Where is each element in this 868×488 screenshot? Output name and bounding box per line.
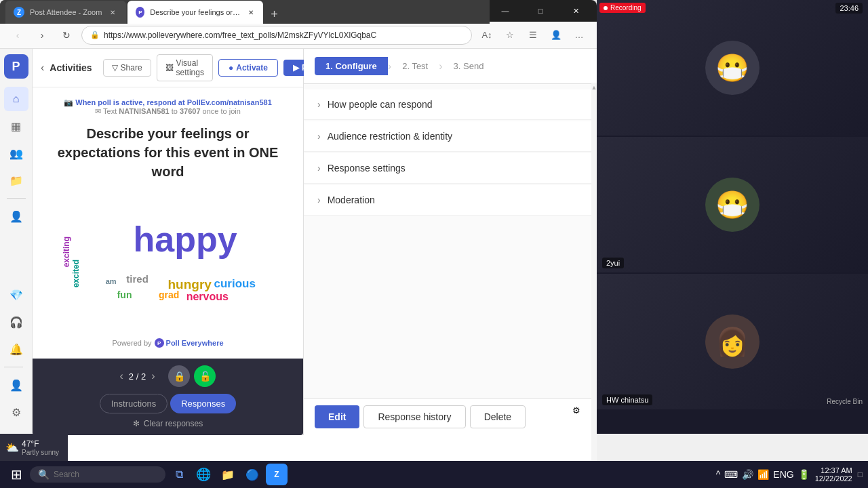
- word-am: am: [106, 277, 117, 285]
- weather-desc: Partly sunny: [22, 449, 59, 456]
- forward-button[interactable]: ›: [33, 26, 52, 45]
- speaker-icon[interactable]: 🔊: [742, 469, 753, 480]
- network-icon[interactable]: 📶: [757, 469, 769, 480]
- recycle-bin-label: Recycle Bin: [827, 398, 863, 405]
- chevron-icon[interactable]: ^: [716, 469, 721, 480]
- url-text: https://www.polleverywhere.com/free_text…: [104, 30, 376, 40]
- sidebar-person-icon[interactable]: 👤: [4, 373, 28, 397]
- share-label: Share: [121, 63, 142, 73]
- taskview-icon[interactable]: ⧉: [168, 464, 190, 485]
- sidebar-folder-icon[interactable]: 📁: [4, 168, 28, 192]
- battery-icon[interactable]: 🔋: [798, 469, 810, 480]
- share-icon: ▽: [112, 63, 118, 73]
- weather-info: 47°F Partly sunny: [22, 439, 59, 456]
- notification-icon[interactable]: □: [858, 470, 863, 479]
- chrome-icon[interactable]: 🔵: [241, 464, 263, 485]
- collections-icon[interactable]: ☰: [524, 26, 542, 45]
- weather-temp: 47°F: [22, 439, 59, 449]
- sidebar-headset-icon[interactable]: 🎧: [4, 310, 28, 334]
- unlock-icon[interactable]: 🔓: [194, 365, 216, 387]
- polleverywhere-link[interactable]: Poll Everywhere: [166, 339, 224, 347]
- polleverywhere-logo: P: [155, 338, 164, 348]
- share-button[interactable]: ▽ Share: [103, 59, 151, 77]
- edge-icon[interactable]: 🌐: [193, 464, 214, 485]
- visual-settings-button[interactable]: 🖼 Visual settings: [157, 54, 213, 81]
- start-button[interactable]: ⊞: [5, 464, 27, 485]
- word-tired: tired: [126, 273, 149, 285]
- zoom-taskbar-icon[interactable]: Z: [266, 464, 288, 485]
- browser-window: Z Post Attendee - Zoom ✕ P Describe your…: [0, 0, 597, 461]
- config-how-people[interactable]: › How people can respond: [304, 89, 597, 120]
- clock[interactable]: 12:37 AM 12/22/2022: [815, 466, 852, 483]
- explorer-icon[interactable]: 📁: [217, 464, 239, 485]
- config-moderation-label: Moderation: [328, 195, 375, 205]
- zoom-cell-3: 👩 HW chinatsu Recycle Bin: [597, 274, 868, 409]
- sidebar-gem-icon[interactable]: 💎: [4, 283, 28, 307]
- word-grad: grad: [159, 289, 179, 300]
- clear-responses-button[interactable]: ✻ Clear responses: [43, 419, 292, 428]
- responses-tab[interactable]: Responses: [170, 394, 236, 413]
- system-icons: ^ ⌨ 🔊 📶 ENG 🔋: [716, 469, 810, 480]
- step-configure[interactable]: 1. Configure: [315, 57, 388, 75]
- profile-icon[interactable]: 👤: [547, 26, 566, 45]
- lock-icon[interactable]: 🔒: [168, 365, 190, 387]
- zoom-cell-1: 😷: [597, 0, 868, 136]
- step-send-label: 3. Send: [454, 61, 484, 71]
- minimize-button[interactable]: —: [490, 0, 521, 22]
- app-content: P ⌂ ▦ 👥 📁 👤 💎 🎧 🔔 👤 ⚙ ‹: [0, 49, 597, 435]
- back-activities-button[interactable]: ‹: [41, 60, 44, 76]
- language-icon[interactable]: ENG: [773, 469, 793, 480]
- config-response-settings[interactable]: › Response settings: [304, 153, 597, 184]
- poll-controls: ‹ 2 / 2 › 🔒 🔓 Instructions: [33, 359, 303, 435]
- url-bar[interactable]: 🔒 https://www.polleverywhere.com/free_te…: [81, 26, 472, 45]
- close-button[interactable]: ✕: [560, 0, 591, 22]
- back-button[interactable]: ‹: [8, 26, 27, 45]
- instructions-tab[interactable]: Instructions: [100, 394, 167, 413]
- config-audience-label: Audience restriction & identity: [328, 131, 452, 142]
- poll-display: 📷 When poll is active, respond at PollEv…: [33, 87, 303, 359]
- clear-label: Clear responses: [144, 419, 203, 428]
- address-bar: ‹ › ↻ 🔒 https://www.polleverywhere.com/f…: [0, 22, 597, 49]
- keyboard-icon[interactable]: ⌨: [724, 469, 738, 480]
- translate-icon[interactable]: A↕: [477, 26, 496, 45]
- settings-gear-icon[interactable]: ⚙: [572, 405, 580, 428]
- maximize-button[interactable]: □: [525, 0, 556, 22]
- new-tab-button[interactable]: +: [264, 5, 283, 24]
- sidebar-bell-icon[interactable]: 🔔: [4, 337, 28, 361]
- favorites-icon[interactable]: ☆: [500, 26, 519, 45]
- sidebar-people-icon[interactable]: 👥: [4, 141, 28, 165]
- sidebar-settings-icon[interactable]: ⚙: [4, 400, 28, 424]
- next-page-button[interactable]: ›: [151, 370, 155, 382]
- taskbar-search[interactable]: 🔍: [30, 466, 165, 483]
- step-test[interactable]: 2. Test: [391, 57, 439, 75]
- sidebar-chart-icon[interactable]: ▦: [4, 114, 28, 138]
- delete-button[interactable]: Delete: [470, 405, 526, 428]
- step-send[interactable]: 3. Send: [443, 57, 495, 75]
- search-input[interactable]: [54, 470, 157, 479]
- activate-button[interactable]: ● Activate: [218, 59, 278, 77]
- tab-poll[interactable]: P Describe your feelings or expect... ✕: [127, 1, 263, 24]
- activate-icon: ●: [229, 63, 233, 73]
- bottom-action-bar: Edit Response history Delete ⚙: [304, 398, 591, 435]
- more-icon[interactable]: …: [570, 26, 589, 45]
- tab-zoom-close[interactable]: ✕: [107, 7, 118, 18]
- tab-poll-close[interactable]: ✕: [246, 7, 255, 18]
- browser-titlebar: Z Post Attendee - Zoom ✕ P Describe your…: [0, 0, 597, 22]
- config-audience[interactable]: › Audience restriction & identity: [304, 121, 597, 152]
- sidebar-user-icon[interactable]: 👤: [4, 204, 28, 228]
- word-happy: happy: [134, 219, 237, 260]
- tab-poll-label: Describe your feelings or expect...: [150, 8, 241, 16]
- response-history-button[interactable]: Response history: [363, 405, 465, 428]
- prev-page-button[interactable]: ‹: [120, 370, 123, 382]
- video-3: 👩: [597, 274, 868, 409]
- address-bar-icons: A↕ ☆ ☰ 👤 …: [477, 26, 589, 45]
- current-page: 2: [129, 371, 134, 382]
- refresh-button[interactable]: ↻: [57, 26, 76, 45]
- zoom-time: 23:46: [835, 3, 863, 14]
- present-icon: ▶: [293, 63, 299, 73]
- scrollbar[interactable]: ▲ ▼: [591, 83, 597, 461]
- config-moderation[interactable]: › Moderation: [304, 185, 597, 216]
- edit-button[interactable]: Edit: [315, 405, 359, 428]
- tab-zoom[interactable]: Z Post Attendee - Zoom ✕: [5, 1, 126, 24]
- sidebar-home-icon[interactable]: ⌂: [4, 87, 28, 111]
